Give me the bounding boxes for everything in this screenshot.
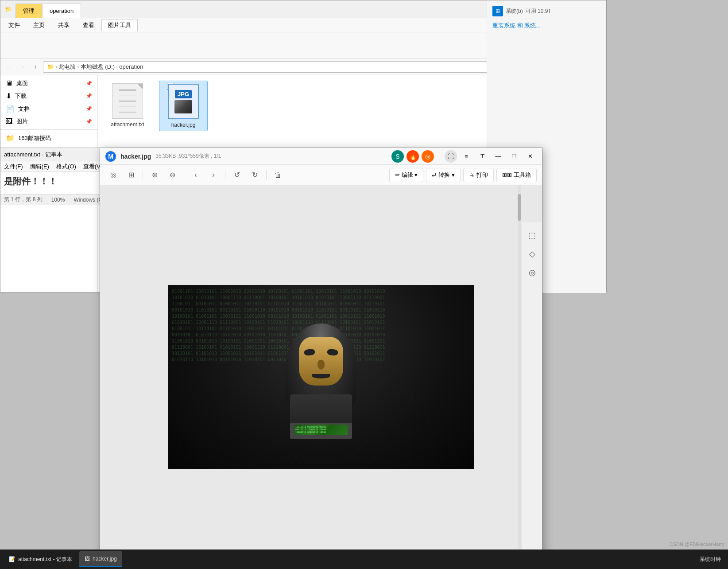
viewer-filename: hacker.jpg	[120, 153, 151, 160]
sidebar-item-163[interactable]: 📁 163邮箱授码	[0, 132, 97, 144]
viewer-taskbar-icon: 🖼	[85, 556, 90, 562]
fullscreen-btn[interactable]: ⛶	[445, 150, 457, 163]
convert-button[interactable]: ⇄ 转换 ▾	[426, 168, 461, 182]
right-eye	[327, 349, 338, 356]
docs-icon: 📄	[6, 105, 15, 113]
title-bar-icons: 📁	[0, 5, 15, 13]
tab-home[interactable]: 主页	[27, 19, 51, 31]
txt-icon-wrapper: ══════════════════════════════	[112, 83, 143, 119]
jpg-preview	[174, 100, 192, 113]
file-item-jpg[interactable]: ✓ JPG hacker.jpg	[159, 81, 208, 131]
pin-icon: 📌	[86, 81, 92, 86]
zoom-out-btn[interactable]: ⊖	[164, 167, 180, 183]
viewer-toolbar: ◎ ⊞ ⊕ ⊖ ‹ › ↺ ↻ 🗑 ✏ 编辑 ▾ ⇄ 转换 ▾ 🖨 打印	[100, 165, 542, 185]
print-button[interactable]: 🖨 打印	[463, 168, 494, 182]
viewer-maximize[interactable]: ☐	[507, 151, 521, 162]
rotate-left-btn[interactable]: ↺	[229, 167, 245, 183]
laptop-screen: 10110011 01001101 0010101010110 11001010…	[294, 425, 348, 435]
sidebar-item-pictures[interactable]: 🖼 图片 📌	[0, 115, 97, 128]
zoom-in-btn[interactable]: ⊕	[147, 167, 163, 183]
hand-tool-btn[interactable]: ◎	[105, 167, 121, 183]
address-folder: operation	[119, 63, 143, 70]
file-item-txt[interactable]: ══════════════════════════════ attachmen…	[103, 81, 152, 131]
scrollbar[interactable]	[518, 185, 521, 568]
sidebar-item-documents[interactable]: 📄 文档 📌	[0, 102, 97, 115]
taskbar-notepad[interactable]: 📝 attachment.txt - 记事本	[4, 551, 77, 567]
actual-size-btn[interactable]: ⊞	[123, 167, 139, 183]
folder-163-icon: 📁	[6, 134, 15, 142]
edit-icon: ✏	[395, 171, 400, 178]
tab-manage[interactable]: 管理	[15, 4, 42, 18]
toolbox-icon: ⊞⊞	[502, 171, 512, 178]
menu-edit[interactable]: 编辑(E)	[30, 163, 49, 171]
rotate-right-btn[interactable]: ↻	[247, 167, 263, 183]
pictures-icon: 🖼	[6, 117, 13, 125]
nav-forward[interactable]: →	[16, 61, 28, 73]
rotate-tool-btn[interactable]: ◎	[525, 265, 540, 280]
tab-view[interactable]: 查看	[77, 19, 101, 31]
sidebar-item-desktop[interactable]: 🖥 桌面 📌	[0, 77, 97, 90]
viewer-menu-btn[interactable]: ≡	[460, 151, 473, 162]
tab-operation[interactable]: operation	[42, 4, 81, 18]
laptop-base: 10110011 01001101 0010101010110 11001010…	[290, 423, 352, 439]
taskbar-time: 系统时钟	[700, 556, 721, 563]
taskbar: 📝 attachment.txt - 记事本 🖼 hacker.jpg 系统时钟	[0, 550, 728, 569]
toolbox-button[interactable]: ⊞⊞ 工具箱	[496, 168, 537, 182]
sidebar-item-download[interactable]: ⬇ 下载 📌	[0, 90, 97, 102]
address-bar[interactable]: 📁 › 此电脑 › 本地磁盘 (D:) › operation ▾	[43, 61, 509, 73]
viewer-fileinfo: 35.33KB ,931*559像素 , 1/1	[155, 152, 221, 160]
download-icon: ⬇	[6, 92, 12, 100]
viewer-pin-btn[interactable]: ⊤	[476, 151, 489, 162]
address-icon: 📁	[47, 63, 54, 70]
taskbar-right: 系统时钟	[700, 556, 724, 563]
viewer-side-panel: ⬚ ◇ ◎ ▾	[522, 222, 542, 568]
menu-file[interactable]: 文件(F)	[4, 163, 23, 171]
txt-file-icon: ══════════════════════════════	[112, 83, 143, 119]
toolbar-sep-4	[266, 170, 267, 180]
tab-share[interactable]: 共享	[52, 19, 76, 31]
watermark: CSDN @FBIHackerHarry	[670, 542, 724, 547]
jpg-file-name: hacker.jpg	[171, 122, 196, 128]
viewer-icon-red[interactable]: 🔥	[407, 150, 419, 163]
menu-format[interactable]: 格式(O)	[56, 163, 76, 171]
viewer-title-bar: M hacker.jpg 35.33KB ,931*559像素 , 1/1 S …	[100, 148, 542, 165]
prev-btn[interactable]: ‹	[188, 167, 204, 183]
sidebar-divider	[0, 129, 97, 130]
tab-file[interactable]: 文件	[2, 19, 26, 31]
viewer-title-controls: S 🔥 ◎ ⛶ ≡ ⊤ — ☐ ✕	[391, 150, 537, 163]
hacker-figure: 10110011 01001101 0010101010110 11001010…	[286, 323, 356, 430]
taskbar-viewer[interactable]: 🖼 hacker.jpg	[79, 551, 122, 567]
jpg-file-icon: JPG	[168, 84, 199, 119]
jpg-icon-wrapper: ✓ JPG	[168, 84, 199, 119]
tab-picture-tools[interactable]: 图片工具	[101, 19, 138, 31]
toolbar-sep-3	[225, 170, 225, 180]
mouth	[312, 374, 330, 378]
jpg-badge: JPG	[175, 90, 192, 98]
viewer-minimize[interactable]: —	[492, 151, 505, 162]
viewer-close[interactable]: ✕	[523, 151, 537, 162]
viewer-app-icon: M	[105, 151, 116, 162]
nose	[318, 360, 325, 370]
title-bar-tabs: 管理 operation	[15, 0, 542, 18]
viewer-icon-orange[interactable]: ◎	[422, 150, 434, 163]
mask-face	[299, 337, 343, 386]
folder-icon: 📁	[4, 5, 12, 13]
pin-icon-3: 📌	[86, 106, 92, 112]
next-btn[interactable]: ›	[205, 167, 221, 183]
toolbar-sep-1	[143, 170, 143, 180]
viewer-icon-teal[interactable]: S	[391, 150, 404, 163]
scroll-thumb[interactable]	[518, 194, 521, 221]
crop-tool-btn[interactable]: ⬚	[525, 228, 540, 243]
pin-icon-4: 📌	[86, 119, 92, 125]
select-tool-btn[interactable]: ◇	[525, 246, 540, 261]
viewer-window: M hacker.jpg 35.33KB ,931*559像素 , 1/1 S …	[100, 148, 542, 569]
viewer-image-area: 01001101 10010101 11001010 00101010 1010…	[100, 185, 542, 568]
pin-icon-2: 📌	[86, 93, 92, 99]
convert-icon: ⇄	[432, 171, 437, 178]
delete-btn[interactable]: 🗑	[270, 167, 286, 183]
nav-back[interactable]: ←	[3, 61, 15, 73]
edit-button[interactable]: ✏ 编辑 ▾	[389, 168, 424, 182]
nav-up[interactable]: ↑	[30, 61, 41, 73]
hacker-image: 01001101 10010101 11001010 00101010 1010…	[168, 285, 474, 469]
address-drive: 本地磁盘 (D:)	[81, 63, 115, 71]
